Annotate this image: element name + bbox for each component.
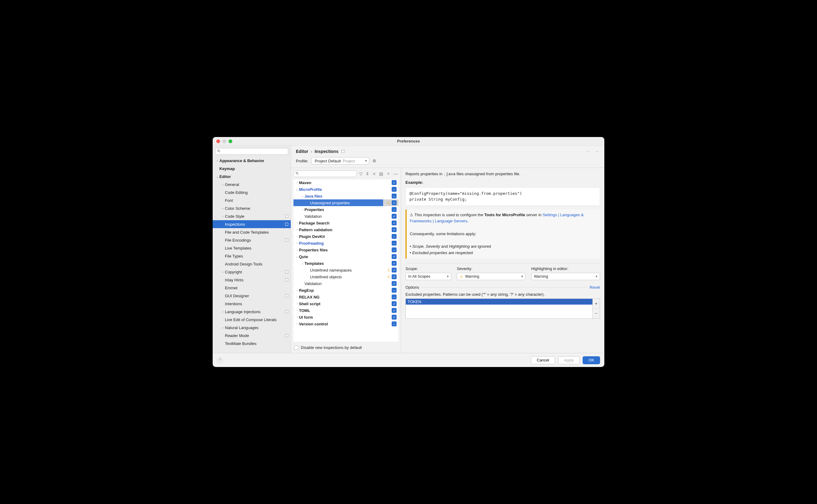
profile-select[interactable]: Project Default Project ▼ [311, 157, 369, 165]
layout-icon[interactable]: ▤ [378, 171, 384, 176]
gear-icon[interactable]: ⚙ [372, 158, 376, 163]
inspection-checkbox[interactable]: ✓ [392, 281, 396, 286]
inspection-checkbox[interactable]: – [392, 234, 396, 239]
inspection-row[interactable]: ›Maven✓ [293, 179, 398, 186]
inspection-row[interactable]: Undefined namespaces⚠✓ [293, 267, 398, 273]
inspection-row[interactable]: ⌄MicroProfile– [293, 186, 398, 193]
inspection-checkbox[interactable]: – [392, 207, 396, 212]
inspection-row[interactable]: ›RegExp– [293, 287, 398, 294]
sidebar-item[interactable]: ›General [213, 180, 291, 188]
close-icon[interactable] [216, 139, 220, 143]
sidebar-item[interactable]: ›Color Scheme [213, 204, 291, 212]
filter-icon[interactable]: ▽ [358, 171, 363, 176]
excluded-item[interactable]: TOKEN [406, 299, 592, 305]
inspection-checkbox[interactable]: ✓ [392, 254, 396, 259]
inspection-row[interactable]: ⌄Qute✓ [293, 253, 398, 260]
inspection-row[interactable]: ›RELAX NG– [293, 294, 398, 300]
sidebar-item[interactable]: ›Code Style [213, 212, 291, 220]
sidebar-item[interactable]: File Types [213, 252, 291, 260]
example-code: @ConfigProperty(name="missing.from.prope… [405, 187, 600, 206]
inspection-checkbox[interactable]: – [392, 247, 396, 252]
apply-button[interactable]: Apply [558, 356, 580, 364]
inspection-row[interactable]: ›UI form✓ [293, 314, 398, 321]
inspection-checkbox[interactable]: ✓ [392, 315, 396, 320]
inspection-checkbox[interactable]: – [392, 241, 396, 246]
inspection-row[interactable]: ›Proofreading– [293, 240, 398, 246]
sidebar-item[interactable]: ›Natural Languages [213, 324, 291, 332]
inspection-checkbox[interactable]: – [392, 321, 396, 326]
sidebar-item[interactable]: Emmet [213, 284, 291, 292]
inspection-row[interactable]: ›Version control– [293, 321, 398, 327]
sidebar-item[interactable]: File Encodings [213, 236, 291, 244]
expand-icon[interactable]: ⇕ [365, 171, 370, 176]
scope-select[interactable]: In All Scopes ▼ [405, 273, 451, 280]
sidebar-item[interactable]: Reader Mode [213, 332, 291, 339]
inspection-tree[interactable]: ›Maven✓⌄MicroProfile–⌄Java files–Unassig… [293, 179, 398, 342]
sidebar-item[interactable]: ›Appearance & Behavior [213, 157, 291, 165]
inspection-checkbox[interactable]: ✓ [392, 180, 396, 185]
chevron-icon: › [295, 235, 299, 238]
sidebar-item[interactable]: ⌄Editor [213, 172, 291, 180]
inspection-checkbox[interactable]: – [392, 288, 396, 293]
inspection-search-input[interactable] [293, 170, 357, 177]
ok-button[interactable]: OK [583, 356, 600, 364]
inspection-checkbox[interactable]: ✓ [392, 308, 396, 313]
inspection-checkbox[interactable]: ✓ [392, 200, 396, 205]
sidebar-item[interactable]: Font [213, 196, 291, 204]
add-excluded-button[interactable]: + [593, 299, 600, 309]
inspection-row[interactable]: ›Pattern validation✓ [293, 226, 398, 233]
sidebar-item[interactable]: Code Editing [213, 188, 291, 196]
sidebar-item[interactable]: GUI Designer [213, 292, 291, 300]
sidebar-item[interactable]: ›Language Injections [213, 308, 291, 316]
inspection-row[interactable]: ⌄Templates✓ [293, 260, 398, 267]
inspection-row[interactable]: Validation✓ [293, 280, 398, 287]
remove-excluded-button[interactable]: − [593, 309, 600, 319]
inspection-row[interactable]: ›TOML✓ [293, 307, 398, 314]
inspection-row[interactable]: ›Shell script✓ [293, 300, 398, 307]
inspection-row[interactable]: Undefined objects⚠✓ [293, 273, 398, 280]
back-icon[interactable]: ← [586, 149, 591, 154]
zoom-icon[interactable] [228, 139, 232, 143]
add-icon[interactable]: ＋ [385, 171, 391, 176]
inspection-row[interactable]: ›Properties– [293, 206, 398, 213]
inspection-row[interactable]: ›Properties files– [293, 246, 398, 253]
inspection-checkbox[interactable]: ✓ [392, 274, 396, 279]
sidebar-item[interactable]: Live Edit of Compose Literals [213, 316, 291, 324]
disable-new-checkbox[interactable] [294, 346, 298, 350]
sidebar-item[interactable]: Intentions [213, 300, 291, 308]
inspection-checkbox[interactable]: ✓ [392, 214, 396, 219]
inspection-checkbox[interactable]: – [392, 295, 396, 299]
highlighting-select[interactable]: Warning ▼ [531, 273, 600, 280]
inspection-checkbox[interactable]: – [392, 194, 396, 198]
collapse-icon[interactable]: ⤫ [372, 171, 377, 176]
inspection-checkbox[interactable]: ✓ [392, 268, 396, 272]
sidebar-item[interactable]: Inlay Hints [213, 276, 291, 284]
inspection-checkbox[interactable]: – [392, 187, 396, 192]
sidebar-item[interactable]: File and Code Templates [213, 228, 291, 236]
excluded-list[interactable]: TOKEN [405, 298, 593, 319]
sidebar-item[interactable]: Keymap [213, 165, 291, 172]
remove-icon[interactable]: — [393, 171, 398, 176]
forward-icon[interactable]: → [595, 149, 600, 154]
minimize-icon[interactable] [222, 139, 226, 143]
sidebar-item[interactable]: Inspections [213, 220, 291, 228]
severity-select[interactable]: ⚠ Warning ▼ [457, 273, 526, 280]
inspection-row[interactable]: ⌄Java files– [293, 193, 398, 199]
sidebar-item[interactable]: TextMate Bundles [213, 339, 291, 347]
reset-link[interactable]: Reset [590, 285, 600, 290]
sidebar-search-input[interactable] [215, 148, 288, 155]
inspection-checkbox[interactable]: ✓ [392, 221, 396, 225]
sidebar-item[interactable]: Live Templates [213, 244, 291, 252]
sidebar-item[interactable]: ›Copyright [213, 268, 291, 276]
help-icon[interactable]: ? [217, 357, 223, 363]
inspection-row[interactable]: Unassigned properties⚠✓ [293, 199, 398, 206]
inspection-checkbox[interactable]: ✓ [392, 301, 396, 306]
sidebar-item[interactable]: Android Design Tools [213, 260, 291, 268]
inspection-row[interactable]: ›Plugin DevKit– [293, 233, 398, 240]
inspection-row[interactable]: Validation✓ [293, 213, 398, 220]
inspection-checkbox[interactable]: ✓ [392, 227, 396, 232]
cancel-button[interactable]: Cancel [531, 356, 555, 364]
breadcrumb-root[interactable]: Editor [296, 149, 308, 154]
inspection-row[interactable]: ›Package Search✓ [293, 220, 398, 226]
inspection-checkbox[interactable]: ✓ [392, 261, 396, 266]
